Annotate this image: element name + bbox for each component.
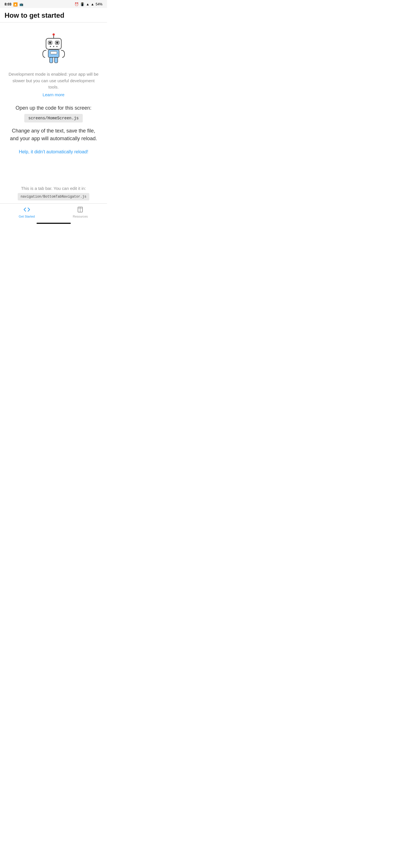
page-title: How to get started [5,11,102,20]
help-reload-link[interactable]: Help, it didn't automatically reload! [19,149,88,154]
twitch-icon: 📺 [20,3,23,6]
svg-point-8 [53,46,54,47]
resources-icon [77,206,84,214]
dev-mode-description: Development mode is enabled: your app wi… [7,71,100,91]
signal-icon: ▲ [91,2,94,6]
svg-rect-13 [54,57,57,63]
learn-more-link[interactable]: Learn more [42,92,64,97]
tab-get-started[interactable]: Get Started [0,204,54,220]
resources-label: Resources [73,215,88,218]
tab-resources[interactable]: Resources [54,204,107,220]
change-description: Change any of the text, save the file, a… [7,127,100,143]
status-bar: 8:03 🔼 📺 ⏰ 📳 ▲ ▲ 54% [0,0,107,8]
wifi-icon: ▲ [86,2,89,6]
get-started-icon [23,206,30,214]
alarm-icon: ⏰ [74,2,79,6]
get-started-label: Get Started [19,215,35,218]
svg-point-7 [50,46,51,47]
tab-bar-hint: This is a tab bar. You can edit it in: n… [0,186,107,203]
svg-point-1 [53,33,55,36]
status-bar-right: ⏰ 📳 ▲ ▲ 54% [74,2,102,6]
home-indicator [0,220,107,226]
status-bar-left: 8:03 🔼 📺 [5,2,23,6]
nav-file-block: navigation/BottomTabNavigator.js [18,193,89,200]
home-indicator-bar [36,223,71,224]
open-code-text: Open up the code for this screen: [15,105,91,111]
status-time: 8:03 [5,2,11,6]
upward-arrow-icon: 🔼 [13,2,18,6]
svg-rect-12 [50,57,53,63]
svg-rect-11 [50,52,57,54]
main-content: Development mode is enabled: your app wi… [0,23,107,186]
bottom-tab-bar: Get Started Resources [0,203,107,220]
vibrate-icon: 📳 [80,2,85,6]
code-file-block: screens/HomeScreen.js [24,114,83,123]
svg-point-5 [49,41,51,44]
svg-point-6 [56,41,58,44]
robot-illustration [36,31,71,65]
battery-level: 54% [96,2,102,6]
svg-point-9 [56,46,57,47]
tab-bar-hint-text: This is a tab bar. You can edit it in: [7,186,100,191]
page-header: How to get started [0,8,107,23]
robot-svg [39,33,68,63]
